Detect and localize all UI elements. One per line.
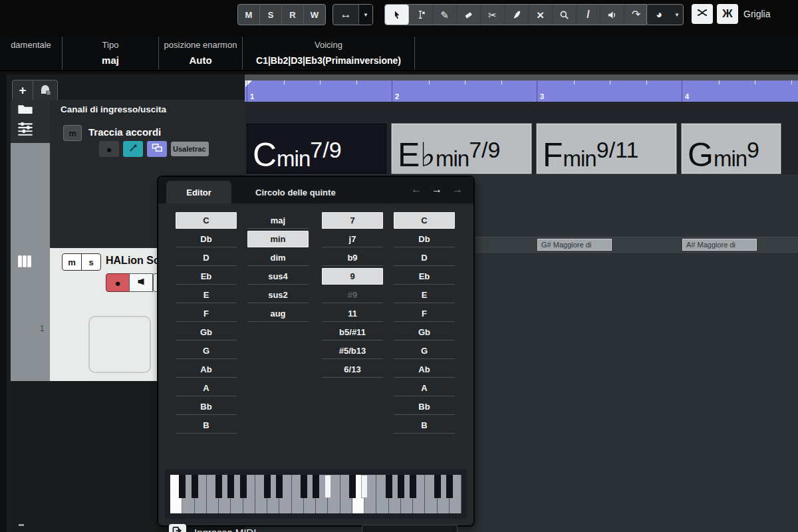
instrument-solo-button[interactable]: s (82, 254, 100, 270)
range-selection-tool[interactable] (409, 5, 433, 25)
split-tool[interactable]: ✂ (481, 5, 505, 25)
bass-note-option-E[interactable]: E (394, 287, 455, 303)
instrument-mute-button[interactable]: m (63, 254, 82, 270)
panel-resize-handle[interactable] (19, 524, 24, 526)
root-note-option-B[interactable]: B (176, 417, 237, 434)
ruler-bar-4[interactable]: 4 (682, 80, 798, 102)
chord-event-Fmin9-11[interactable]: Fmin9/11 (537, 124, 676, 174)
tension-option-b5/#11[interactable]: b5/#11 (322, 324, 383, 340)
root-note-option-G[interactable]: G (176, 342, 237, 359)
tension-option-6/13[interactable]: 6/13 (322, 361, 383, 378)
ruler-bar-1[interactable]: 1 (247, 80, 392, 102)
midi-input-button[interactable] (169, 524, 186, 532)
add-track-button[interactable]: + (13, 80, 33, 100)
tab-circle-of-fifths[interactable]: Circolo delle quinte (243, 181, 348, 203)
chord-track-feedback-button[interactable] (123, 141, 143, 157)
piano-key-Gb3[interactable] (386, 475, 392, 498)
root-note-option-C[interactable]: C (176, 212, 237, 229)
piano-key-Db1[interactable] (179, 475, 186, 498)
zoom-tool[interactable] (553, 5, 577, 25)
bass-note-option-B[interactable]: B (394, 417, 455, 434)
bass-note-option-Db[interactable]: Db (394, 231, 455, 247)
piano-key-Ab1[interactable] (227, 475, 234, 498)
chord-type-option-min[interactable]: min (247, 231, 309, 247)
line-tool[interactable]: / (577, 5, 600, 25)
autoscroll-button[interactable]: ↔ (333, 5, 358, 25)
piano-key-Db2[interactable] (264, 475, 271, 498)
bass-note-option-Eb[interactable]: Eb (394, 268, 455, 285)
root-note-option-F[interactable]: F (176, 305, 237, 322)
chord-track-mute-button[interactable]: m (63, 125, 82, 141)
midi-input-field[interactable] (362, 525, 458, 532)
mute-tool[interactable]: × (529, 5, 553, 25)
draw-tool[interactable]: ✎ (433, 5, 457, 25)
root-note-option-Db[interactable]: Db (176, 231, 237, 247)
chord-event-Gmin9[interactable]: Gmin9 (682, 124, 781, 174)
piano-key-Db3[interactable] (349, 475, 356, 498)
global-read-button[interactable]: R (282, 5, 304, 25)
piano-key-Bb2[interactable] (325, 475, 331, 498)
chord-type-option-sus2[interactable]: sus2 (247, 287, 309, 303)
tab-editor[interactable]: Editor (166, 181, 231, 203)
autoscroll-dropdown[interactable]: ▼ (358, 5, 372, 25)
bass-note-option-G[interactable]: G (394, 342, 455, 359)
bass-note-option-A[interactable]: A (394, 380, 455, 396)
automation-curves-button[interactable] (692, 4, 713, 24)
root-note-option-D[interactable]: D (176, 249, 237, 266)
piano-key-Gb1[interactable] (215, 475, 222, 498)
piano-key-Eb1[interactable] (192, 475, 198, 498)
object-selection-tool[interactable] (385, 5, 409, 25)
piano-key-Gb2[interactable] (301, 475, 307, 498)
tension-option-#9[interactable]: #9 (322, 287, 383, 303)
global-mute-button[interactable]: M (238, 5, 260, 25)
comp-tool-button[interactable]: ◕ (647, 5, 671, 25)
scale-event[interactable]: A# Maggiore di (682, 239, 757, 251)
ruler-bar-2[interactable]: 2 (392, 80, 537, 102)
instrument-record-enable-button[interactable]: ● (106, 273, 130, 292)
chord-type-option-aug[interactable]: aug (247, 305, 309, 322)
scrub-tool[interactable]: ↷ (624, 5, 648, 25)
play-tool[interactable] (600, 5, 624, 25)
tension-option-j7[interactable]: j7 (322, 231, 383, 247)
tension-option-11[interactable]: 11 (322, 305, 383, 322)
ruler-bar-3[interactable]: 3 (537, 80, 682, 102)
comp-tool-dropdown[interactable]: ▼ (671, 5, 683, 25)
bass-note-option-C[interactable]: C (394, 212, 455, 229)
piano-key-Bb1[interactable] (240, 475, 247, 498)
root-note-option-Eb[interactable]: Eb (176, 268, 237, 285)
chord-track-lane[interactable]: Cmin7/9E♭min7/9Fmin9/11Gmin9 (245, 123, 798, 174)
root-note-option-Ab[interactable]: Ab (176, 361, 237, 378)
chord-info-voicing-column[interactable]: Voicing C1|Bb2|D3|Eb3(Primainversione) (243, 37, 415, 70)
chord-type-option-maj[interactable]: maj (247, 212, 309, 229)
prev-chord-icon[interactable]: ← (411, 182, 422, 197)
erase-tool[interactable] (457, 5, 481, 25)
bass-note-option-F[interactable]: F (394, 305, 455, 322)
piano-key-Bb3[interactable] (410, 475, 416, 498)
piano-key-Ab2[interactable] (313, 475, 319, 498)
root-note-option-Bb[interactable]: Bb (176, 398, 237, 415)
forward-chord-icon[interactable]: → (452, 182, 463, 197)
grid-type-label[interactable]: Griglia (743, 9, 770, 19)
bass-note-option-Bb[interactable]: Bb (394, 398, 455, 415)
chord-info-root-column[interactable]: damentale (0, 37, 63, 70)
track-preset-button[interactable] (33, 80, 57, 100)
root-note-option-A[interactable]: A (176, 380, 237, 396)
tension-option-9[interactable]: 9 (322, 268, 383, 285)
chord-event-Cmin7-9[interactable]: Cmin7/9 (247, 124, 386, 174)
chord-track-record-button[interactable]: ● (99, 141, 119, 157)
glue-tool[interactable] (505, 5, 529, 25)
timeline-ruler[interactable]: 1234 (245, 80, 798, 102)
piano-key-Eb2[interactable] (276, 475, 283, 498)
chord-track-adaptive-voicing-button[interactable] (147, 141, 167, 157)
scale-event[interactable]: G# Maggiore di (537, 239, 612, 251)
bass-note-option-Ab[interactable]: Ab (394, 361, 455, 378)
piano-key-Ab3[interactable] (398, 475, 404, 498)
snap-button[interactable]: Ж (717, 4, 738, 24)
use-monitored-tracks-button[interactable]: Usaletrac (171, 142, 209, 156)
bass-note-option-D[interactable]: D (394, 249, 455, 266)
tension-option-7[interactable]: 7 (322, 212, 383, 229)
chord-type-option-dim[interactable]: dim (247, 249, 309, 266)
instrument-monitor-button[interactable] (129, 273, 153, 292)
bass-note-option-Gb[interactable]: Gb (394, 324, 455, 340)
chord-info-type-column[interactable]: Tipo maj (63, 37, 159, 70)
